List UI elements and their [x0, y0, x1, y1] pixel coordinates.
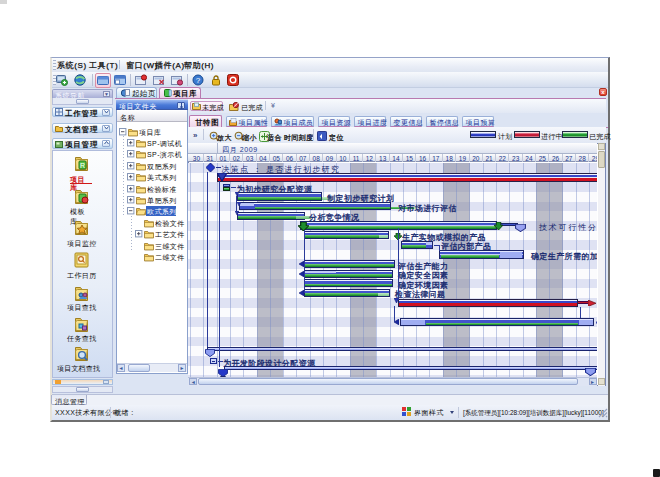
svg-text:?: ?: [196, 76, 201, 85]
svg-text:R: R: [80, 162, 85, 169]
